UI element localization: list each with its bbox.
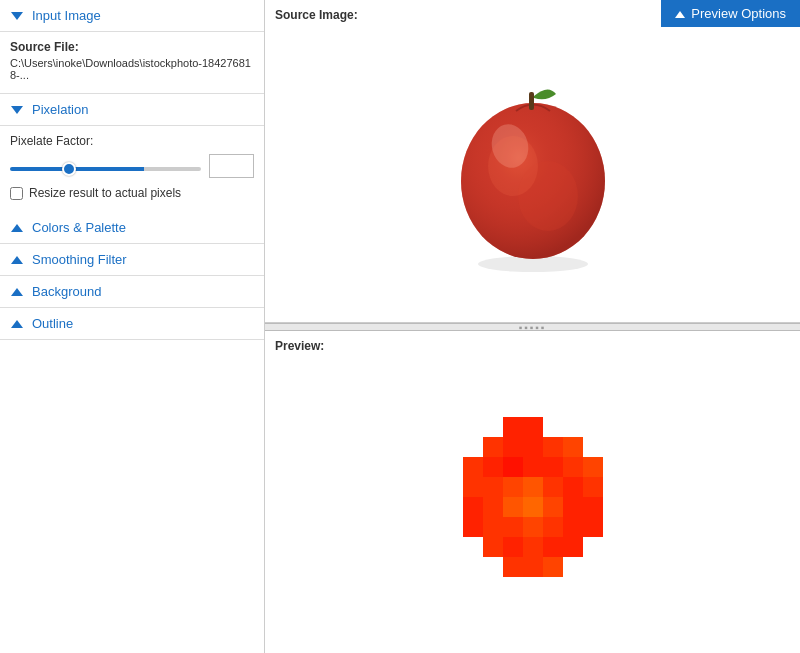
pixelation-label: Pixelation: [32, 102, 88, 117]
resize-checkbox[interactable]: [10, 187, 23, 200]
smoothing-filter-label: Smoothing Filter: [32, 252, 127, 267]
colors-palette-label: Colors & Palette: [32, 220, 126, 235]
svg-rect-8: [523, 417, 543, 437]
left-panel: Input Image Source File: C:\Users\inoke\…: [0, 0, 265, 653]
pixelate-slider-row: 30: [10, 154, 254, 178]
svg-rect-34: [583, 497, 603, 517]
source-apple-image: [438, 66, 628, 276]
preview-label: Preview:: [275, 339, 324, 353]
svg-rect-27: [583, 477, 603, 497]
input-image-label: Input Image: [32, 8, 101, 23]
svg-rect-20: [583, 457, 603, 477]
svg-rect-11: [523, 437, 543, 457]
outline-label: Outline: [32, 316, 73, 331]
svg-rect-45: [543, 537, 563, 557]
svg-rect-30: [503, 497, 523, 517]
background-header[interactable]: Background: [0, 276, 264, 308]
svg-rect-35: [463, 517, 483, 537]
pixelate-factor-value[interactable]: 30: [209, 154, 254, 178]
input-image-collapse-icon: [10, 9, 24, 23]
resize-checkbox-row: Resize result to actual pixels: [10, 186, 254, 200]
source-image-label: Source Image:: [275, 8, 358, 22]
svg-rect-16: [503, 457, 523, 477]
svg-rect-28: [463, 497, 483, 517]
svg-rect-43: [503, 537, 523, 557]
source-file-label: Source File:: [10, 40, 254, 54]
colors-palette-header[interactable]: Colors & Palette: [0, 212, 264, 244]
pixelate-factor-label: Pixelate Factor:: [10, 134, 254, 148]
svg-rect-29: [483, 497, 503, 517]
svg-rect-18: [543, 457, 563, 477]
background-collapse-icon: [10, 285, 24, 299]
colors-palette-collapse-icon: [10, 221, 24, 235]
resize-label: Resize result to actual pixels: [29, 186, 181, 200]
background-label: Background: [32, 284, 101, 299]
svg-rect-33: [563, 497, 583, 517]
svg-rect-7: [503, 417, 523, 437]
svg-rect-17: [523, 457, 543, 477]
svg-rect-13: [563, 437, 583, 457]
slider-container: [10, 159, 201, 174]
svg-rect-38: [523, 517, 543, 537]
svg-rect-37: [503, 517, 523, 537]
svg-rect-3: [529, 92, 534, 110]
svg-rect-48: [523, 557, 543, 577]
svg-rect-21: [463, 477, 483, 497]
outline-header[interactable]: Outline: [0, 308, 264, 340]
svg-rect-22: [483, 477, 503, 497]
preview-options-button[interactable]: Preview Options: [661, 0, 800, 27]
svg-rect-49: [543, 557, 563, 577]
smoothing-filter-collapse-icon: [10, 253, 24, 267]
pixelation-content: Pixelate Factor: 30 Resize result to act…: [0, 126, 264, 212]
preview-pane: Preview:: [265, 331, 800, 653]
svg-rect-14: [463, 457, 483, 477]
svg-rect-23: [503, 477, 523, 497]
pixelation-header[interactable]: Pixelation: [0, 94, 264, 126]
svg-rect-24: [523, 477, 543, 497]
svg-rect-25: [543, 477, 563, 497]
svg-rect-15: [483, 457, 503, 477]
source-image-pane: Source Image:: [265, 0, 800, 323]
preview-options-icon: [675, 6, 685, 21]
outline-collapse-icon: [10, 317, 24, 331]
svg-rect-26: [563, 477, 583, 497]
svg-point-6: [488, 136, 538, 196]
svg-rect-41: [583, 517, 603, 537]
smoothing-filter-header[interactable]: Smoothing Filter: [0, 244, 264, 276]
input-image-header[interactable]: Input Image: [0, 0, 264, 32]
svg-rect-39: [543, 517, 563, 537]
svg-rect-42: [483, 537, 503, 557]
right-panel: Preview Options Source Image:: [265, 0, 800, 653]
svg-rect-9: [483, 437, 503, 457]
divider-handle[interactable]: ▪▪▪▪▪: [265, 323, 800, 331]
source-file-path: C:\Users\inoke\Downloads\istockphoto-184…: [10, 57, 254, 81]
preview-options-label: Preview Options: [691, 6, 786, 21]
input-image-content: Source File: C:\Users\inoke\Downloads\is…: [0, 32, 264, 94]
svg-rect-46: [563, 537, 583, 557]
svg-rect-12: [543, 437, 563, 457]
svg-rect-47: [503, 557, 523, 577]
svg-rect-36: [483, 517, 503, 537]
svg-rect-32: [543, 497, 563, 517]
svg-rect-31: [523, 497, 543, 517]
pixelate-factor-slider[interactable]: [10, 167, 201, 171]
svg-rect-19: [563, 457, 583, 477]
svg-rect-10: [503, 437, 523, 457]
svg-rect-44: [523, 537, 543, 557]
svg-rect-40: [563, 517, 583, 537]
pixelation-collapse-icon: [10, 103, 24, 117]
preview-pixelated-apple: [433, 397, 633, 597]
